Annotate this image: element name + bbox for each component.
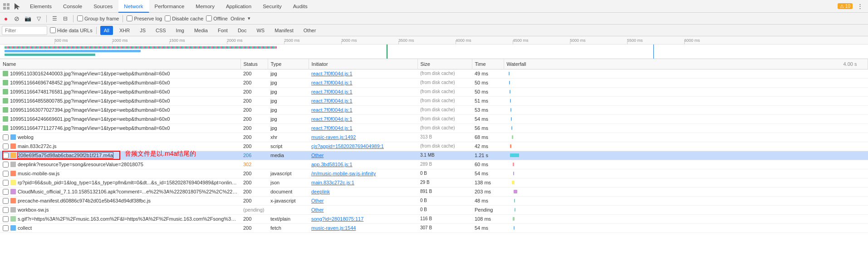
initiator-link[interactable]: cjs?appid=1582028769404989:1 [311, 143, 384, 149]
row-checkbox[interactable] [3, 153, 9, 158]
initiator-link[interactable]: react.7f0f004d.js:1 [311, 80, 353, 85]
col-header-status[interactable]: Status [240, 59, 268, 69]
view-group-button[interactable]: ⊟ [61, 15, 69, 23]
group-by-frame-checkbox[interactable]: Group by frame [77, 15, 119, 21]
initiator-link[interactable]: deeplink [311, 189, 330, 194]
initiator-link[interactable]: Other [311, 198, 324, 203]
row-checkbox[interactable] [3, 171, 9, 177]
tab-performance[interactable]: Performance [149, 0, 191, 13]
filter-type-doc[interactable]: Doc [234, 26, 250, 35]
initiator-link[interactable]: react.7f0f004d.js:1 [311, 71, 353, 76]
table-row[interactable]: 1099511663077027394.jpg?imageView=1&type… [0, 105, 868, 114]
initiator-link[interactable]: /m/music-mobile-sw.js-infinity [311, 171, 376, 176]
filter-type-other[interactable]: Other [300, 26, 320, 35]
initiator-link[interactable]: music-raven.js:1492 [311, 134, 356, 140]
table-row[interactable]: weblog200xhrmusic-raven.js:1492313 B68 m… [0, 133, 868, 142]
row-initiator: main.833c272c.js:1 [309, 178, 417, 187]
row-waterfall [504, 169, 868, 178]
table-row[interactable]: 1099511664246669601.jpg?imageView=1&type… [0, 114, 868, 124]
table-row[interactable]: rp?pid=66&sub_pid=1&log_type=1&s_type=pf… [0, 178, 868, 187]
preserve-log-checkbox[interactable]: Preserve log [127, 15, 162, 21]
row-checkbox[interactable] [3, 207, 9, 213]
filter-type-media[interactable]: Media [191, 26, 211, 35]
initiator-link[interactable]: app.3bd58106.js:1 [311, 162, 353, 167]
col-header-size[interactable]: Size [417, 59, 472, 69]
offline-checkbox[interactable]: Offline [206, 15, 228, 21]
initiator-link[interactable]: react.7f0f004d.js:1 [311, 107, 353, 113]
row-status: 200 [240, 69, 268, 78]
filter-type-img[interactable]: Img [172, 26, 188, 35]
table-row[interactable]: workbox-sw.js(pending)Other0 BPending [0, 205, 868, 214]
throttle-dropdown-icon[interactable]: ▾ [248, 15, 250, 21]
table-row[interactable]: 1099511664855800785.jpg?imageView=1&type… [0, 96, 868, 105]
table-row[interactable]: deeplink?resourceType=song&resourceValue… [0, 160, 868, 169]
tab-sources[interactable]: Sources [88, 0, 118, 13]
col-header-time[interactable]: Time [472, 59, 504, 69]
row-type: jpg [268, 87, 309, 96]
devtools-icon[interactable] [2, 2, 11, 11]
row-checkbox[interactable] [3, 180, 9, 186]
table-row[interactable]: collect200fetchmusic-raven.js:1544307 B5… [0, 223, 868, 232]
row-checkbox[interactable] [3, 162, 9, 168]
tab-application[interactable]: Application [221, 0, 257, 13]
filter-input[interactable] [2, 26, 47, 35]
row-initiator: app.3bd58106.js:1 [309, 160, 417, 169]
initiator-link[interactable]: song?id=28018075:117 [311, 216, 363, 222]
table-row[interactable]: precache-manifest.d60886c974b2d01e5b4634… [0, 196, 868, 205]
filter-type-js[interactable]: JS [136, 26, 149, 35]
filter-type-manifest[interactable]: Manifest [271, 26, 297, 35]
row-type: media [268, 151, 309, 160]
view-list-button[interactable]: ☰ [50, 15, 59, 23]
table-row[interactable]: main.833c272c.js200scriptcjs?appid=15820… [0, 142, 868, 151]
clear-button[interactable]: ⊘ [13, 15, 21, 23]
table-row[interactable]: CloudMusic_official_7.1.10.1585132106.ap… [0, 187, 868, 196]
capture-screenshot-button[interactable]: 📷 [24, 15, 32, 23]
initiator-link[interactable]: react.7f0f004d.js:1 [311, 125, 353, 131]
initiator-link[interactable]: react.7f0f004d.js:1 [311, 89, 353, 94]
tab-memory[interactable]: Memory [190, 0, 221, 13]
table-body: 1099511030162440003.jpg?imageView=1&type… [0, 69, 868, 232]
hide-data-urls-checkbox[interactable]: Hide data URLs [50, 27, 93, 33]
filter-type-css[interactable]: CSS [152, 26, 170, 35]
row-checkbox[interactable] [3, 198, 9, 204]
initiator-link[interactable]: react.7f0f004d.js:1 [311, 98, 353, 104]
record-button[interactable]: ● [2, 15, 10, 23]
table-row[interactable]: 1099511664771127746.jpg?imageView=1&type… [0, 124, 868, 133]
row-checkbox[interactable] [3, 134, 9, 140]
initiator-link[interactable]: Other [311, 207, 324, 213]
filter-type-all[interactable]: All [100, 26, 113, 35]
row-name: precache-manifest.d60886c974b2d01e5b4634… [18, 198, 151, 203]
col-header-waterfall[interactable]: Waterfall [504, 59, 841, 69]
table-row[interactable]: 1099511664696748452.jpg?imageView=1&type… [0, 78, 868, 87]
table-row[interactable]: 1099511030162440003.jpg?imageView=1&type… [0, 69, 868, 78]
row-checkbox[interactable] [3, 143, 9, 149]
table-row[interactable]: 1099511664748176581.jpg?imageView=1&type… [0, 87, 868, 96]
table-row[interactable]: s.gif?r=https%3A%2F%2Fmusic.163.com%2F&l… [0, 214, 868, 223]
table-row[interactable]: music-mobile-sw.js200javascript/m/music-… [0, 169, 868, 178]
filter-type-ws[interactable]: WS [253, 26, 268, 35]
disable-cache-checkbox[interactable]: Disable cache [165, 15, 203, 21]
col-header-name[interactable]: Name [0, 59, 240, 69]
filter-type-xhr[interactable]: XHR [116, 26, 133, 35]
tab-elements[interactable]: Elements [25, 0, 58, 13]
network-table-container: Name Status Type Initiator Size Time Wat… [0, 59, 868, 257]
tab-network[interactable]: Network [118, 0, 149, 13]
row-checkbox[interactable] [3, 216, 9, 222]
cursor-icon[interactable] [13, 2, 22, 11]
row-checkbox[interactable] [3, 189, 9, 195]
col-header-initiator[interactable]: Initiator [309, 59, 417, 69]
initiator-link[interactable]: Other [311, 153, 324, 158]
tab-audits[interactable]: Audits [288, 0, 314, 13]
initiator-link[interactable]: react.7f0f004d.js:1 [311, 116, 353, 122]
row-waterfall [504, 214, 868, 223]
filter-button[interactable]: ▽ [34, 15, 43, 23]
initiator-link[interactable]: main.833c272c.js:1 [311, 180, 354, 185]
filter-type-font[interactable]: Font [214, 26, 231, 35]
tab-security[interactable]: Security [257, 0, 288, 13]
row-checkbox[interactable] [3, 225, 9, 231]
tab-console[interactable]: Console [58, 0, 88, 13]
table-row[interactable]: 208e69f5a75d98ab6cbac290f2b1f217.m4a206m… [0, 151, 868, 160]
initiator-link[interactable]: music-raven.js:1544 [311, 225, 356, 231]
more-options-button[interactable]: ⋮ [855, 2, 864, 11]
col-header-type[interactable]: Type [268, 59, 309, 69]
